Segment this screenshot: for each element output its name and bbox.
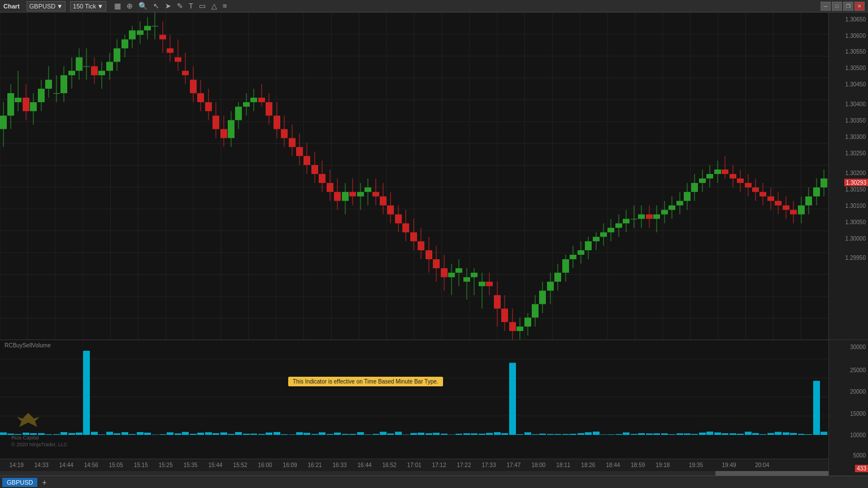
price-axis-lower: 30000250002000015000100005000433 — [829, 340, 868, 476]
current-volume-label: 433 — [855, 465, 868, 472]
price-axis-upper: 1.306501.306001.305501.305001.304501.304… — [829, 12, 868, 340]
minimize-button[interactable]: ─ — [821, 2, 831, 11]
bar-chart-icon[interactable]: ▦ — [113, 2, 122, 10]
app-title: Chart — [3, 3, 20, 10]
time-label: 18:59 — [631, 462, 645, 468]
indicator-label: RCBuySellVolume — [5, 342, 51, 348]
price-label: 1.30000 — [845, 235, 866, 241]
time-axis: 14:1914:3314:4414:5615:0515:1515:2515:35… — [0, 459, 828, 471]
arrow-icon[interactable]: ➤ — [164, 2, 172, 10]
maximize-button[interactable]: □ — [832, 2, 842, 11]
volume-label: 15000 — [850, 410, 866, 416]
price-label: 1.30650 — [845, 16, 866, 22]
crosshair-icon[interactable]: ⊕ — [125, 2, 134, 10]
watermark: Rize Capital © 2020 NinjaTrader, LLC — [11, 410, 67, 447]
cursor-icon[interactable]: ↖ — [152, 2, 160, 10]
price-label: 1.30500 — [845, 65, 866, 71]
more-icon[interactable]: ≡ — [222, 2, 228, 10]
time-label: 15:05 — [109, 462, 123, 468]
scrollbar-track[interactable] — [0, 471, 828, 476]
volume-panel[interactable]: RCBuySellVolume This Indicator is effect… — [0, 340, 828, 459]
price-label: 1.30200 — [845, 169, 866, 176]
draw-icon[interactable]: ✎ — [176, 2, 184, 10]
time-label: 19:18 — [656, 462, 670, 468]
symbol-label: GBPUSD — [29, 3, 55, 10]
price-label: 1.30250 — [845, 150, 866, 156]
price-label: 1.30150 — [845, 186, 866, 192]
title-bar: Chart GBPUSD ▼ 150 Tick ▼ ▦ ⊕ 🔍 ↖ ➤ ✎ T … — [0, 0, 868, 12]
price-label: 1.30550 — [845, 49, 866, 55]
volume-label: 30000 — [850, 344, 866, 350]
price-label: 1.29950 — [845, 255, 866, 261]
price-label: 1.30400 — [845, 101, 866, 107]
time-label: 15:15 — [134, 462, 148, 468]
price-chart[interactable] — [0, 12, 828, 340]
text-icon[interactable]: T — [188, 2, 194, 10]
time-label: 17:22 — [457, 462, 471, 468]
add-tab-button[interactable]: + — [40, 478, 49, 487]
time-label: 18:44 — [606, 462, 620, 468]
time-label: 19:35 — [689, 462, 703, 468]
price-axis: 1.306501.306001.305501.305001.304501.304… — [828, 12, 868, 476]
window-controls: ─ □ ❐ ✕ — [821, 2, 865, 11]
time-label: 16:21 — [308, 462, 322, 468]
time-label: 15:44 — [209, 462, 223, 468]
volume-label: 10000 — [850, 432, 866, 438]
triangle-icon[interactable]: △ — [210, 2, 218, 10]
copyright: © 2020 NinjaTrader, LLC — [11, 442, 67, 447]
time-label: 16:44 — [358, 462, 372, 468]
symbol-selector[interactable]: GBPUSD ▼ — [27, 1, 66, 11]
company-name: Rize Capital — [11, 435, 67, 441]
scrollbar-thumb[interactable] — [715, 471, 828, 476]
current-price-label: 1.30293 — [844, 179, 868, 186]
time-label: 15:35 — [184, 462, 198, 468]
volume-label: 25000 — [850, 367, 866, 373]
svg-point-0 — [27, 419, 30, 422]
time-label: 17:01 — [407, 462, 421, 468]
timeframe-dropdown-arrow: ▼ — [97, 3, 103, 10]
symbol-dropdown-arrow: ▼ — [57, 3, 63, 10]
price-label: 1.30300 — [845, 134, 866, 140]
timeframe-selector[interactable]: 150 Tick ▼ — [70, 1, 106, 11]
close-button[interactable]: ✕ — [854, 2, 865, 11]
zoom-icon[interactable]: 🔍 — [137, 2, 149, 10]
time-label: 14:56 — [84, 462, 98, 468]
time-label: 14:19 — [10, 462, 24, 468]
time-label: 17:47 — [506, 462, 520, 468]
toolbar-icons: ▦ ⊕ 🔍 ↖ ➤ ✎ T ▭ △ ≡ — [113, 2, 228, 10]
chart-container: RCBuySellVolume This Indicator is effect… — [0, 12, 868, 476]
tab-bar: GBPUSD + — [0, 476, 868, 488]
price-label: 1.30600 — [845, 32, 866, 38]
time-label: 16:09 — [283, 462, 297, 468]
time-label: 14:44 — [59, 462, 73, 468]
time-label: 14:33 — [34, 462, 49, 468]
time-label: 16:00 — [258, 462, 272, 468]
restore-button[interactable]: ❐ — [843, 2, 853, 11]
time-label: 18:26 — [581, 462, 595, 468]
chart-tab-gbpusd[interactable]: GBPUSD — [2, 478, 37, 487]
time-label: 17:12 — [432, 462, 446, 468]
price-label: 1.30050 — [845, 219, 866, 225]
time-label: 16:52 — [383, 462, 397, 468]
time-label: 18:00 — [531, 462, 545, 468]
timeframe-label: 150 Tick — [73, 3, 96, 10]
rectangle-icon[interactable]: ▭ — [198, 2, 207, 10]
tab-label: GBPUSD — [7, 479, 33, 486]
price-label: 1.30350 — [845, 117, 866, 124]
price-label: 1.30450 — [845, 81, 866, 88]
time-label: 20:04 — [755, 462, 769, 468]
main-area: RCBuySellVolume This Indicator is effect… — [0, 12, 828, 476]
time-label: 17:33 — [481, 462, 496, 468]
volume-label: 20000 — [850, 389, 866, 395]
volume-label: 5000 — [853, 452, 866, 459]
time-label: 16:33 — [333, 462, 347, 468]
price-label: 1.30100 — [845, 202, 866, 208]
time-label: 15:25 — [159, 462, 173, 468]
time-label: 15:52 — [233, 462, 248, 468]
time-label: 19:49 — [722, 462, 736, 468]
scrollbar-container[interactable] — [0, 471, 828, 476]
time-label: 18:11 — [556, 462, 570, 468]
